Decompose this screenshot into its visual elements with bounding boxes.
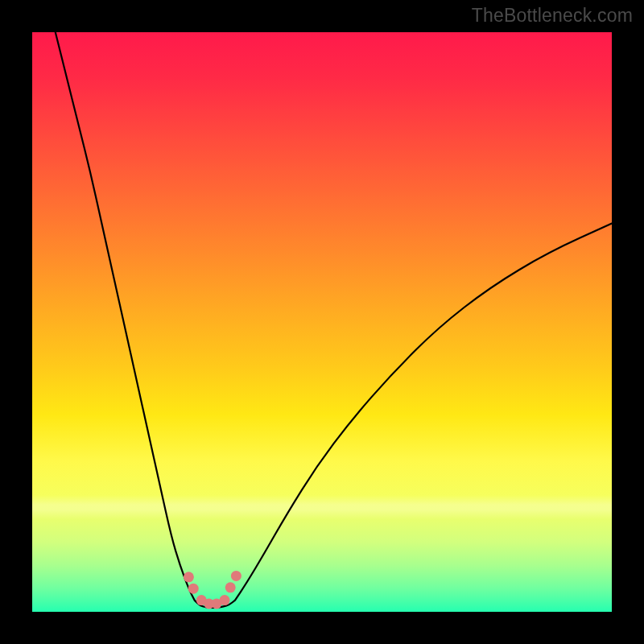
background-gradient: [32, 32, 612, 612]
plot-area: [32, 32, 612, 612]
chart-frame: TheBottleneck.com: [0, 0, 644, 644]
attribution-text: TheBottleneck.com: [472, 5, 633, 27]
